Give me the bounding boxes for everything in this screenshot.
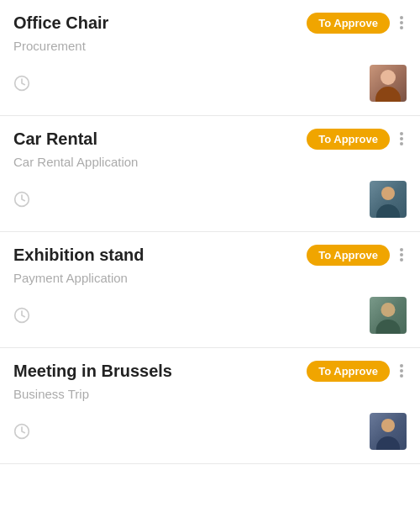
item-bottom-row	[13, 413, 407, 450]
list-item-exhibition-stand[interactable]: Exhibition stand To Approve Payment Appl…	[0, 232, 420, 348]
approval-list: Office Chair To Approve Procurement	[0, 0, 420, 464]
item-top-right: To Approve	[307, 129, 407, 150]
list-item-office-chair[interactable]: Office Chair To Approve Procurement	[0, 0, 420, 116]
clock-icon	[13, 75, 30, 92]
item-bottom-row	[13, 297, 407, 334]
more-menu-icon[interactable]	[396, 362, 407, 379]
list-item-car-rental[interactable]: Car Rental To Approve Car Rental Applica…	[0, 116, 420, 232]
clock-icon	[13, 423, 30, 440]
clock-icon	[13, 307, 30, 324]
approve-badge[interactable]: To Approve	[307, 129, 390, 150]
item-top-row: Car Rental To Approve	[13, 128, 407, 150]
avatar	[370, 297, 407, 334]
item-bottom-row	[13, 181, 407, 218]
item-title: Car Rental	[13, 128, 97, 150]
approve-badge[interactable]: To Approve	[307, 13, 390, 34]
item-top-right: To Approve	[307, 361, 407, 382]
item-subtitle: Payment Application	[13, 271, 407, 285]
approve-badge[interactable]: To Approve	[307, 361, 390, 382]
avatar	[370, 413, 407, 450]
item-top-row: Office Chair To Approve	[13, 12, 407, 34]
item-top-right: To Approve	[307, 13, 407, 34]
clock-icon	[13, 191, 30, 208]
more-menu-icon[interactable]	[396, 130, 407, 147]
item-title: Office Chair	[13, 12, 108, 34]
item-top-right: To Approve	[307, 245, 407, 266]
avatar	[370, 65, 407, 102]
approve-badge[interactable]: To Approve	[307, 245, 390, 266]
list-item-meeting-brussels[interactable]: Meeting in Brussels To Approve Business …	[0, 348, 420, 464]
item-subtitle: Car Rental Application	[13, 155, 407, 169]
more-menu-icon[interactable]	[396, 246, 407, 263]
item-subtitle: Procurement	[13, 39, 407, 53]
item-title: Meeting in Brussels	[13, 360, 172, 382]
avatar	[370, 181, 407, 218]
item-subtitle: Business Trip	[13, 387, 407, 401]
item-bottom-row	[13, 65, 407, 102]
item-title: Exhibition stand	[13, 244, 144, 266]
more-menu-icon[interactable]	[396, 14, 407, 31]
item-top-row: Meeting in Brussels To Approve	[13, 360, 407, 382]
item-top-row: Exhibition stand To Approve	[13, 244, 407, 266]
